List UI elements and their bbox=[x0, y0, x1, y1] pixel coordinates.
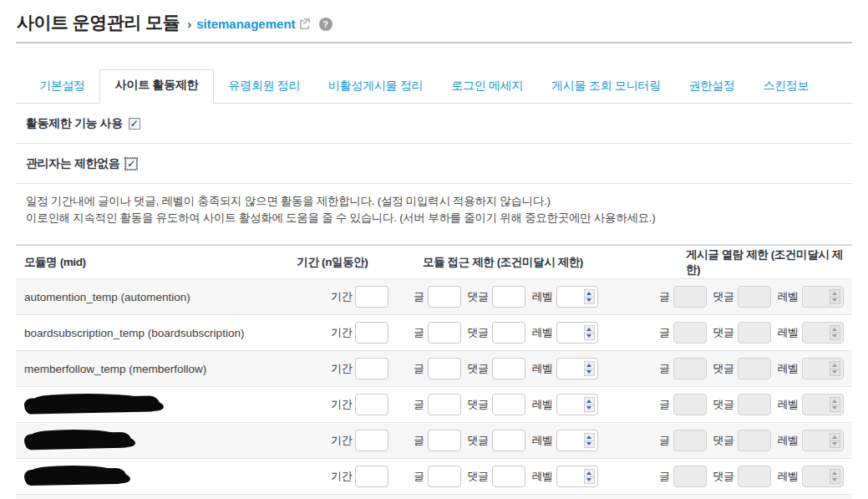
spin-up-icon bbox=[830, 325, 840, 334]
table-row: automention_temp (automention) 기간 글 댓글 레… bbox=[16, 279, 852, 315]
spinner-buttons bbox=[830, 397, 840, 412]
restriction-description: 일정 기간내에 글이나 댓글, 레벨이 충족되지 않으면 활동을 제한합니다. … bbox=[16, 184, 852, 237]
period-label: 기간 bbox=[331, 433, 352, 448]
spin-down-icon[interactable] bbox=[584, 298, 595, 305]
level-label: 레벨 bbox=[532, 433, 553, 448]
table-row: boardsubscription_temp (boardsubscriptio… bbox=[16, 315, 852, 351]
spinner-buttons bbox=[830, 289, 840, 304]
access-comment-input[interactable] bbox=[492, 358, 525, 379]
spinner-buttons[interactable] bbox=[584, 433, 595, 448]
table-row: 기간 글 댓글 레벨 글 댓글 레벨 bbox=[16, 495, 852, 499]
period-input[interactable] bbox=[355, 466, 388, 487]
period-label: 기간 bbox=[331, 469, 352, 484]
comment-label: 댓글 bbox=[468, 397, 489, 412]
level-label: 레벨 bbox=[778, 433, 799, 448]
comment-label: 댓글 bbox=[468, 361, 489, 376]
admin-unlimited-label: 관리자는 제한없음 bbox=[26, 156, 119, 171]
use-restriction-checkbox[interactable]: ✓ bbox=[129, 118, 140, 130]
help-icon[interactable]: ? bbox=[319, 18, 332, 31]
redaction-scribble bbox=[24, 467, 126, 486]
spin-down-icon[interactable] bbox=[584, 334, 595, 341]
checkmark-icon: ✓ bbox=[130, 119, 139, 129]
access-doc-input[interactable] bbox=[428, 394, 461, 415]
spin-down-icon bbox=[830, 298, 840, 305]
doc-label: 글 bbox=[659, 433, 670, 448]
spin-up-icon[interactable] bbox=[584, 469, 595, 477]
spinner-buttons[interactable] bbox=[584, 289, 595, 304]
access-doc-input[interactable] bbox=[428, 430, 461, 451]
spin-up-icon[interactable] bbox=[584, 325, 595, 334]
access-doc-input[interactable] bbox=[428, 466, 461, 487]
table-row: 기간 글 댓글 레벨 글 댓글 레벨 bbox=[16, 459, 852, 495]
spin-down-icon[interactable] bbox=[584, 405, 595, 413]
spin-down-icon bbox=[830, 334, 840, 341]
table-row: 기간 글 댓글 레벨 글 댓글 레벨 bbox=[16, 387, 852, 423]
period-label: 기간 bbox=[331, 289, 352, 304]
access-comment-input[interactable] bbox=[492, 430, 525, 451]
tab-permission-settings[interactable]: 권한설정 bbox=[675, 71, 749, 103]
tab-bar: 기본설정 사이트 활동제한 유령회원 정리 비활성게시물 정리 로그인 메세지 … bbox=[16, 69, 852, 104]
tab-site-activity-restriction[interactable]: 사이트 활동제한 bbox=[99, 69, 215, 104]
read-doc-input bbox=[673, 286, 707, 308]
period-input[interactable] bbox=[355, 430, 388, 451]
spinner-buttons bbox=[830, 433, 840, 448]
level-label: 레벨 bbox=[778, 289, 799, 304]
comment-label: 댓글 bbox=[713, 397, 734, 412]
admin-unlimited-checkbox[interactable]: ✓ bbox=[125, 158, 137, 170]
spin-up-icon[interactable] bbox=[584, 361, 595, 369]
spinner-buttons[interactable] bbox=[584, 397, 595, 412]
tab-basic-settings[interactable]: 기본설정 bbox=[25, 71, 99, 103]
spin-up-icon[interactable] bbox=[584, 433, 595, 441]
spin-up-icon[interactable] bbox=[584, 397, 595, 405]
external-link-icon[interactable] bbox=[300, 18, 311, 33]
tab-skin-info[interactable]: 스킨정보 bbox=[749, 71, 823, 103]
spin-down-icon[interactable] bbox=[584, 441, 595, 449]
tab-ghost-member-cleanup[interactable]: 유령회원 정리 bbox=[214, 71, 314, 103]
level-label: 레벨 bbox=[532, 289, 553, 304]
doc-label: 글 bbox=[659, 289, 670, 304]
period-input[interactable] bbox=[355, 322, 388, 344]
module-link[interactable]: sitemanagement bbox=[196, 17, 295, 31]
doc-label: 글 bbox=[414, 325, 424, 340]
comment-label: 댓글 bbox=[713, 433, 734, 448]
access-comment-input[interactable] bbox=[492, 286, 525, 308]
access-comment-input[interactable] bbox=[492, 394, 525, 415]
doc-label: 글 bbox=[659, 361, 670, 376]
level-label: 레벨 bbox=[778, 397, 799, 412]
access-comment-input[interactable] bbox=[492, 322, 525, 344]
page-header: 사이트 운영관리 모듈 › sitemanagement ? bbox=[16, 0, 852, 43]
doc-label: 글 bbox=[414, 289, 424, 304]
access-doc-input[interactable] bbox=[428, 322, 461, 344]
spinner-buttons[interactable] bbox=[584, 469, 595, 484]
comment-label: 댓글 bbox=[468, 325, 489, 340]
read-comment-input bbox=[738, 394, 771, 415]
tab-inactive-post-cleanup[interactable]: 비활성게시물 정리 bbox=[314, 71, 437, 103]
description-line-2: 이로인해 지속적인 활동을 유도하여 사이트 활성화에 도움을 줄 수 있습니다… bbox=[26, 210, 842, 227]
doc-label: 글 bbox=[414, 397, 424, 412]
tab-login-message[interactable]: 로그인 메세지 bbox=[437, 71, 537, 103]
spinner-buttons[interactable] bbox=[584, 325, 595, 340]
read-comment-input bbox=[738, 430, 771, 451]
level-label: 레벨 bbox=[778, 469, 799, 484]
spin-up-icon[interactable] bbox=[584, 289, 595, 298]
period-input[interactable] bbox=[355, 286, 388, 308]
read-doc-input bbox=[673, 358, 707, 379]
tab-post-view-monitoring[interactable]: 게시물 조회 모니터링 bbox=[537, 71, 674, 103]
spin-down-icon[interactable] bbox=[584, 477, 595, 485]
module-name: automention_temp (automention) bbox=[24, 291, 190, 303]
read-doc-input bbox=[673, 394, 707, 415]
level-label: 레벨 bbox=[778, 325, 799, 340]
access-comment-input[interactable] bbox=[492, 466, 525, 487]
period-label: 기간 bbox=[331, 361, 352, 376]
period-input[interactable] bbox=[355, 358, 388, 379]
checkmark-icon: ✓ bbox=[127, 159, 135, 169]
access-doc-input[interactable] bbox=[428, 286, 461, 308]
breadcrumb-separator: › bbox=[187, 17, 191, 31]
spin-down-icon[interactable] bbox=[584, 369, 595, 377]
access-doc-input[interactable] bbox=[428, 358, 461, 379]
header-read-restriction: 게시글 열람 제한 (조건미달시 제한) bbox=[612, 246, 852, 278]
spinner-buttons[interactable] bbox=[584, 361, 595, 376]
level-label: 레벨 bbox=[532, 469, 553, 484]
period-input[interactable] bbox=[355, 394, 388, 415]
comment-label: 댓글 bbox=[713, 289, 734, 304]
